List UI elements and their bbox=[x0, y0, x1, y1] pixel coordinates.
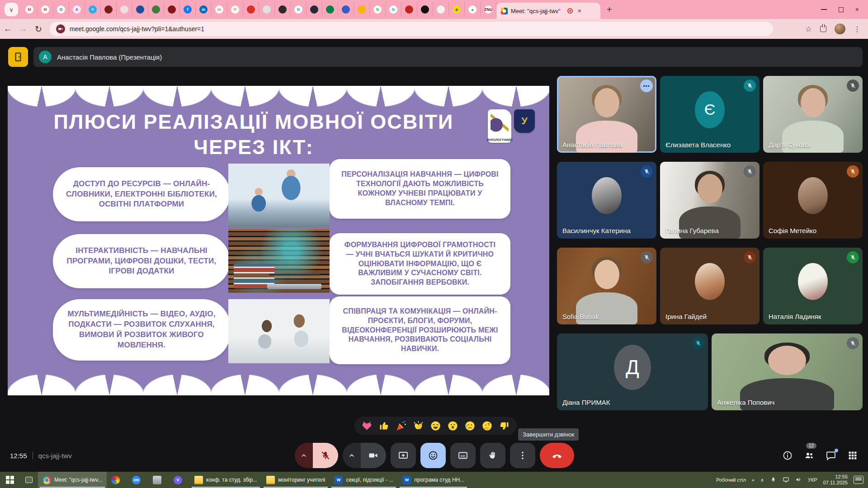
pinned-tab[interactable] bbox=[148, 2, 164, 17]
taskbar-app[interactable]: V bbox=[169, 472, 190, 488]
task-view-button[interactable] bbox=[20, 472, 38, 488]
taskbar-clock[interactable]: 12:55 07.11.2025 bbox=[823, 474, 848, 486]
participant-tile[interactable]: ••• Галина Губарева bbox=[660, 162, 760, 239]
pinned-tab[interactable] bbox=[164, 2, 180, 17]
camera-button[interactable] bbox=[361, 443, 386, 468]
more-options-button[interactable] bbox=[510, 443, 535, 468]
mic-mute-button[interactable] bbox=[313, 443, 338, 468]
reaction-emoji-button[interactable] bbox=[464, 420, 476, 432]
taskbar-app[interactable]: моніторинг учителі bbox=[262, 472, 330, 488]
camera-options-button[interactable] bbox=[343, 443, 361, 468]
desktop-label[interactable]: Робочий стіл bbox=[716, 477, 746, 483]
pinned-tab[interactable] bbox=[243, 2, 259, 17]
pinned-tab[interactable]: O bbox=[53, 2, 69, 17]
new-tab-button[interactable]: + bbox=[607, 5, 612, 15]
presentation-slide[interactable]: ПЛЮСИ РЕАЛІЗАЦІЇ МОВНОЇ ОСВІТИ ЧЕРЕЗ ІКТ… bbox=[8, 86, 549, 395]
save-icon[interactable] bbox=[820, 26, 826, 32]
pinned-tab[interactable]: ✈ bbox=[85, 2, 101, 17]
pinned-tab[interactable]: m bbox=[212, 2, 227, 17]
reactions-button[interactable] bbox=[420, 443, 446, 468]
taskbar-app[interactable] bbox=[148, 472, 169, 488]
tray-mic-icon[interactable] bbox=[770, 476, 777, 484]
captions-button[interactable] bbox=[450, 443, 476, 468]
reaction-emoji-button[interactable] bbox=[429, 420, 442, 432]
forward-button[interactable]: → bbox=[15, 24, 31, 34]
pinned-tab[interactable] bbox=[307, 2, 322, 17]
more-desktops-icon[interactable]: » bbox=[752, 477, 755, 483]
close-button[interactable]: × bbox=[855, 6, 859, 13]
minimize-button[interactable] bbox=[821, 9, 827, 10]
participant-tile[interactable]: ••• Ірина Гайдей bbox=[660, 248, 760, 324]
hidden-icons-button[interactable]: ∧ bbox=[760, 477, 764, 483]
pinned-tab[interactable] bbox=[322, 2, 338, 17]
reaction-emoji-button[interactable] bbox=[481, 420, 493, 432]
profile-avatar[interactable] bbox=[835, 23, 845, 34]
participant-tile[interactable]: ••• Дар'я Сукова bbox=[763, 76, 863, 153]
pinned-tab[interactable]: ◆ bbox=[449, 2, 465, 17]
pinned-tab[interactable] bbox=[117, 2, 132, 17]
pinned-tab[interactable] bbox=[101, 2, 117, 17]
participant-tile[interactable]: ••• Sofia Bunak bbox=[557, 248, 656, 324]
pinned-tab[interactable] bbox=[132, 2, 148, 17]
present-button[interactable] bbox=[391, 443, 416, 468]
pinned-tab[interactable] bbox=[275, 2, 291, 17]
participant-tile[interactable]: ••• Софія Метейко bbox=[763, 162, 863, 239]
participant-tile[interactable]: ••• Наталія Ладиняк bbox=[763, 248, 863, 324]
pinned-tab[interactable]: in bbox=[196, 2, 212, 17]
end-call-button[interactable] bbox=[540, 443, 574, 468]
address-bar[interactable]: meet.google.com/qcs-jajj-twv?pli=1&authu… bbox=[50, 22, 773, 36]
taskbar-app[interactable]: Meet: "qcs-jajj-twv... bbox=[38, 472, 107, 488]
taskbar-app[interactable]: конф. та студ. збір... bbox=[190, 472, 262, 488]
pinned-tab[interactable] bbox=[338, 2, 354, 17]
pinned-tab[interactable]: ZNU bbox=[481, 2, 496, 17]
pinned-tab[interactable]: G bbox=[386, 2, 401, 17]
door-extension-icon[interactable] bbox=[8, 47, 28, 67]
activities-button[interactable] bbox=[847, 450, 858, 461]
pinned-tab[interactable] bbox=[259, 2, 275, 17]
active-tab[interactable]: Meet: "qcs-jajj-twv" × bbox=[496, 3, 600, 19]
reaction-emoji-button[interactable] bbox=[498, 420, 510, 432]
people-button[interactable]: 12 bbox=[804, 450, 815, 461]
pinned-tab[interactable]: M bbox=[38, 2, 53, 17]
pinned-tab[interactable]: G bbox=[370, 2, 386, 17]
taskbar-app[interactable] bbox=[107, 472, 127, 488]
reaction-emoji-button[interactable] bbox=[378, 420, 390, 432]
pinned-tab[interactable]: Λ bbox=[69, 2, 85, 17]
participant-tile[interactable]: Д ••• Діана ПРИМАК bbox=[557, 333, 708, 410]
participant-tile[interactable]: ••• Анжеліка Попович bbox=[712, 333, 863, 410]
reaction-emoji-button[interactable] bbox=[447, 420, 459, 432]
pinned-tab[interactable]: f bbox=[180, 2, 196, 17]
pinned-tab[interactable] bbox=[401, 2, 417, 17]
pinned-tab[interactable]: M bbox=[22, 2, 38, 17]
browser-menu-icon[interactable]: ⋮ bbox=[854, 25, 861, 33]
tab-search-button[interactable]: ∨ bbox=[5, 3, 18, 16]
pinned-tab[interactable]: Ψ bbox=[227, 2, 243, 17]
url-text[interactable]: meet.google.com/qcs-jajj-twv?pli=1&authu… bbox=[70, 25, 204, 33]
back-button[interactable]: ← bbox=[0, 24, 15, 34]
raise-hand-button[interactable] bbox=[480, 443, 505, 468]
mic-options-button[interactable] bbox=[295, 443, 313, 468]
pinned-tab[interactable]: G bbox=[291, 2, 307, 17]
participant-tile[interactable]: ••• Анастасія Павлова bbox=[557, 76, 656, 153]
maximize-button[interactable] bbox=[839, 7, 844, 12]
reaction-emoji-button[interactable] bbox=[395, 420, 407, 432]
camera-in-use-icon[interactable] bbox=[56, 24, 65, 33]
start-button[interactable] bbox=[0, 472, 20, 488]
tray-display-icon[interactable] bbox=[783, 476, 789, 484]
pinned-tab[interactable] bbox=[354, 2, 370, 17]
participant-tile[interactable]: ••• Василинчук Катерина bbox=[557, 162, 656, 239]
bookmark-star-icon[interactable]: ☆ bbox=[805, 24, 812, 34]
pinned-tab[interactable] bbox=[433, 2, 449, 17]
tab-close-button[interactable]: × bbox=[578, 7, 581, 14]
taskbar-app[interactable]: zm bbox=[127, 472, 148, 488]
taskbar-app[interactable]: W секції, підсекції - ... bbox=[330, 472, 398, 488]
participant-tile[interactable]: Є ••• Єлизавета Власенко bbox=[660, 76, 760, 153]
tile-menu-button[interactable]: ••• bbox=[640, 80, 653, 92]
refresh-button[interactable]: ↻ bbox=[31, 24, 46, 34]
meeting-details-button[interactable] bbox=[782, 450, 793, 461]
reaction-emoji-button[interactable] bbox=[412, 420, 425, 432]
tray-volume-icon[interactable] bbox=[795, 476, 802, 484]
reaction-emoji-button[interactable] bbox=[361, 420, 373, 432]
notification-center-icon[interactable] bbox=[854, 476, 863, 484]
pinned-tab[interactable] bbox=[417, 2, 433, 17]
